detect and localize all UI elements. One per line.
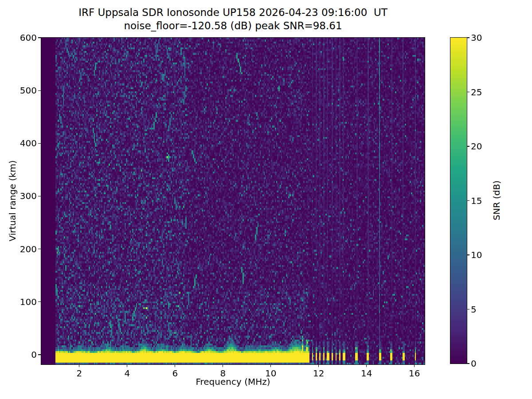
y-tick-label: 0	[10, 349, 37, 360]
chart-title: IRF Uppsala SDR Ionosonde UP158 2026-04-…	[41, 7, 425, 18]
ionogram-figure: IRF Uppsala SDR Ionosonde UP158 2026-04-…	[0, 0, 532, 399]
y-tick-mark	[38, 301, 41, 302]
colorbar-tick-mark	[467, 146, 469, 146]
heatmap-canvas	[41, 38, 425, 364]
x-tick-mark	[366, 364, 367, 367]
y-tick-label: 400	[10, 138, 37, 149]
y-tick-mark	[38, 37, 41, 38]
y-tick-mark	[38, 90, 41, 91]
colorbar-tick-mark	[467, 37, 469, 38]
colorbar-canvas	[450, 38, 467, 364]
colorbar-tick-mark	[467, 363, 469, 364]
y-tick-label: 500	[10, 85, 37, 96]
colorbar-tick-label: 15	[471, 196, 489, 206]
colorbar-tick-mark	[467, 254, 469, 255]
y-tick-mark	[38, 354, 41, 355]
colorbar-tick-label: 0	[471, 358, 489, 369]
colorbar-tick-label: 20	[471, 141, 489, 152]
y-tick-label: 600	[10, 32, 37, 43]
x-tick-mark	[127, 364, 127, 367]
colorbar-tick-label: 5	[471, 304, 489, 315]
y-tick-mark	[38, 249, 41, 249]
x-tick-mark	[79, 364, 79, 367]
colorbar-tick-mark	[467, 92, 469, 92]
y-tick-mark	[38, 196, 41, 196]
y-axis-label: Virtual range (km)	[7, 160, 18, 242]
y-tick-label: 100	[10, 297, 37, 307]
x-tick-mark	[318, 364, 319, 367]
colorbar-tick-mark	[467, 200, 469, 201]
y-tick-mark	[38, 143, 41, 144]
colorbar-label: SNR (dB)	[491, 180, 502, 220]
x-tick-mark	[223, 364, 223, 367]
x-tick-mark	[175, 364, 175, 367]
y-tick-label: 200	[10, 244, 37, 254]
colorbar-tick-mark	[467, 309, 469, 309]
x-tick-mark	[414, 364, 415, 367]
chart-subtitle: noise_floor=-120.58 (dB) peak SNR=98.61	[41, 20, 425, 31]
colorbar-tick-label: 25	[471, 87, 489, 98]
colorbar-tick-label: 30	[471, 32, 489, 43]
x-axis-label: Frequency (MHz)	[41, 376, 425, 387]
x-tick-mark	[270, 364, 271, 367]
colorbar-tick-label: 10	[471, 250, 489, 260]
